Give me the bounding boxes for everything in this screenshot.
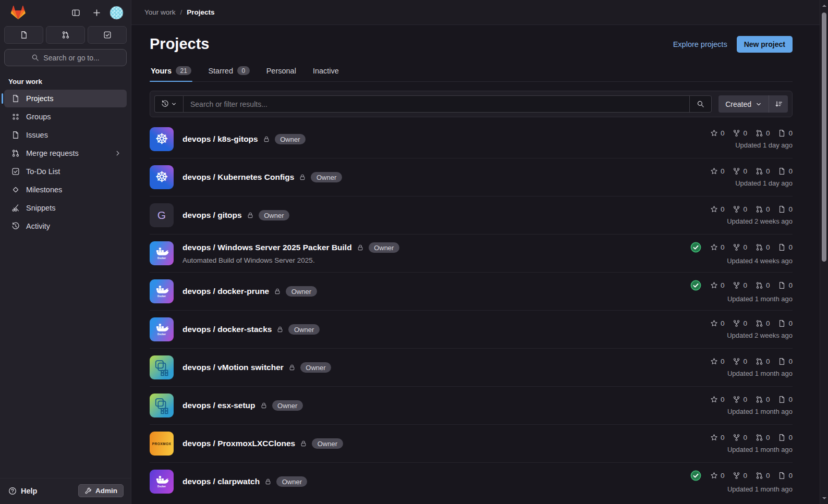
issues-count-link[interactable]: 0 (778, 243, 793, 251)
shortcut-merge-requests-button[interactable] (46, 26, 85, 44)
stars-count-link[interactable]: 0 (710, 167, 725, 175)
sidebar-item-projects[interactable]: Projects (4, 90, 127, 107)
project-avatar[interactable]: ☸ (150, 127, 174, 151)
project-name-link[interactable]: devops / k8s-gitops (182, 134, 258, 144)
explore-projects-link[interactable]: Explore projects (673, 40, 727, 48)
forks-count-link[interactable]: 0 (733, 396, 747, 403)
sidebar-item-groups[interactable]: Groups (4, 108, 127, 126)
pipeline-status-success-icon[interactable] (690, 280, 701, 291)
forks-count-link[interactable]: 0 (733, 319, 747, 327)
pipeline-status-success-icon[interactable] (690, 242, 701, 253)
project-name-link[interactable]: devops / clarpwatch (182, 477, 260, 486)
project-avatar[interactable]: ☸ Docker (150, 279, 174, 303)
project-avatar[interactable]: ☸ Docker (150, 470, 174, 494)
new-project-button[interactable]: New project (737, 36, 793, 53)
forks-count-link[interactable]: 0 (733, 434, 747, 441)
forks-count-link[interactable]: 0 (733, 281, 747, 289)
issues-count-link[interactable]: 0 (778, 129, 793, 137)
user-avatar[interactable] (109, 6, 124, 20)
project-name-link[interactable]: devops / docker-prune (182, 287, 269, 296)
merge-requests-count-link[interactable]: 0 (756, 434, 770, 441)
issues-count-link[interactable]: 0 (778, 472, 793, 480)
project-avatar[interactable]: ☸ (150, 394, 174, 417)
sort-direction-button[interactable] (769, 95, 788, 113)
sidebar-item-merge-requests[interactable]: Merge requests (4, 144, 127, 162)
sort-by-dropdown[interactable]: Created (719, 95, 769, 113)
tab-yours[interactable]: Yours 21 (150, 63, 192, 81)
shortcut-issues-button[interactable] (4, 26, 43, 44)
sidebar-item-todo-list[interactable]: To-Do List (4, 163, 127, 180)
shortcut-todos-button[interactable] (88, 26, 127, 44)
tab-starred[interactable]: Starred 0 (207, 63, 250, 81)
project-name-link[interactable]: devops / Kubernetes Configs (182, 173, 294, 182)
sidebar-item-issues[interactable]: Issues (4, 126, 127, 144)
sidebar-item-activity[interactable]: Activity (4, 217, 127, 235)
merge-requests-count-link[interactable]: 0 (756, 358, 770, 365)
issues-count-link[interactable]: 0 (778, 358, 793, 365)
project-avatar[interactable]: ☸ G (150, 203, 174, 227)
issues-count-link[interactable]: 0 (778, 281, 793, 289)
stars-count-link[interactable]: 0 (710, 243, 725, 251)
issues-count-link[interactable]: 0 (778, 319, 793, 327)
pipeline-status-success-icon[interactable] (690, 470, 701, 481)
sidebar-toggle-button[interactable] (68, 5, 83, 20)
sidebar-item-snippets[interactable]: Snippets (4, 199, 127, 217)
forks-count-link[interactable]: 0 (733, 358, 747, 365)
merge-requests-count-link[interactable]: 0 (756, 129, 770, 137)
project-avatar[interactable]: ☸ Docker (150, 317, 174, 341)
merge-requests-count-link[interactable]: 0 (756, 472, 770, 480)
merge-requests-count-link[interactable]: 0 (756, 243, 770, 251)
scrollbar-down-arrow[interactable] (822, 497, 826, 501)
stars-count-link[interactable]: 0 (710, 434, 725, 441)
scrollbar-up-arrow[interactable] (822, 3, 826, 7)
help-button[interactable]: Help (8, 487, 37, 495)
gitlab-logo[interactable] (10, 5, 26, 20)
admin-button[interactable]: Admin (78, 484, 124, 497)
project-name-link[interactable]: devops / docker-stacks (182, 325, 272, 334)
merge-requests-count-link[interactable]: 0 (756, 167, 770, 175)
project-avatar[interactable]: ☸ Docker (150, 241, 174, 265)
forks-count-link[interactable]: 0 (733, 167, 747, 175)
scrollbar-thumb[interactable] (822, 13, 826, 262)
tab-inactive[interactable]: Inactive (312, 63, 340, 81)
issues-count-link[interactable]: 0 (778, 167, 793, 175)
forks-count-link[interactable]: 0 (733, 129, 747, 137)
stars-count-link[interactable]: 0 (710, 358, 725, 365)
issues-count-link[interactable]: 0 (778, 396, 793, 403)
forks-count-link[interactable]: 0 (733, 243, 747, 251)
stars-count-link[interactable]: 0 (710, 129, 725, 137)
issues-count-link[interactable]: 0 (778, 205, 793, 213)
wrench-icon (84, 487, 92, 495)
filter-history-dropdown[interactable] (154, 95, 183, 113)
merge-request-icon (756, 472, 763, 480)
filter-search-input[interactable] (184, 96, 689, 112)
merge-requests-count-link[interactable]: 0 (756, 319, 770, 327)
project-avatar[interactable]: ☸ (150, 355, 174, 379)
project-name-link[interactable]: devops / ProxmoxLXCClones (182, 439, 295, 448)
project-row: ☸ PROXMOX (150, 424, 793, 462)
project-avatar[interactable]: ☸ (150, 165, 174, 189)
merge-requests-count-link[interactable]: 0 (756, 396, 770, 403)
breadcrumb-your-work-link[interactable]: Your work (144, 8, 176, 16)
project-avatar[interactable]: ☸ PROXMOX (150, 432, 174, 456)
tab-personal[interactable]: Personal (265, 63, 297, 81)
forks-count-link[interactable]: 0 (733, 472, 747, 480)
create-new-button[interactable] (89, 5, 104, 20)
project-name-link[interactable]: devops / vMotion switcher (182, 363, 284, 372)
filter-search-button[interactable] (689, 96, 711, 112)
forks-count-link[interactable]: 0 (733, 205, 747, 213)
stars-count-link[interactable]: 0 (710, 472, 725, 480)
issues-count-link[interactable]: 0 (778, 434, 793, 441)
project-name-link[interactable]: devops / gitops (182, 211, 242, 220)
stars-count-link[interactable]: 0 (710, 205, 725, 213)
project-name-link[interactable]: devops / Windows Server 2025 Packer Buil… (182, 243, 352, 252)
project-name-link[interactable]: devops / esx-setup (182, 401, 255, 410)
merge-requests-count-link[interactable]: 0 (756, 281, 770, 289)
sidebar-item-milestones[interactable]: Milestones (4, 181, 127, 199)
sidebar-search-button[interactable]: Search or go to... (4, 49, 127, 66)
merge-requests-count-link[interactable]: 0 (756, 205, 770, 213)
breadcrumb-projects-link[interactable]: Projects (187, 8, 214, 16)
stars-count-link[interactable]: 0 (710, 319, 725, 327)
stars-count-link[interactable]: 0 (710, 281, 725, 289)
stars-count-link[interactable]: 0 (710, 396, 725, 403)
